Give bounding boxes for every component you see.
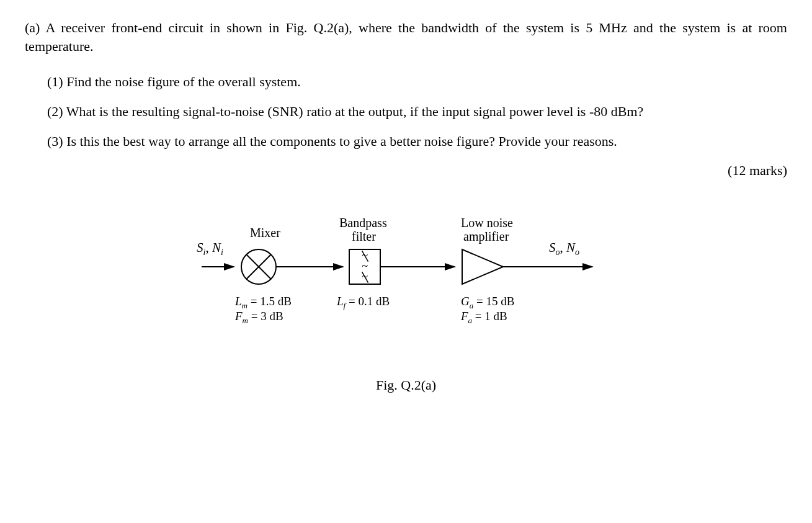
subquestion-2: (2) What is the resulting signal-to-nois… xyxy=(47,102,787,121)
bpf-loss: Lf = 0.1 dB xyxy=(336,295,390,310)
mixer-icon xyxy=(241,249,276,284)
subquestion-3: (3) Is this the best way to arrange all … xyxy=(47,132,787,151)
lna-nf: Fa = 1 dB xyxy=(460,310,507,325)
subquestions: (1) Find the noise figure of the overall… xyxy=(25,73,787,150)
question-intro: (a) A receiver front-end circuit in show… xyxy=(25,19,787,55)
bandpass-filter-icon: ~ ~ ~ xyxy=(349,249,380,284)
input-label: Si, Ni xyxy=(197,240,223,257)
bpf-label-2: filter xyxy=(352,230,376,243)
subquestion-1: (1) Find the noise figure of the overall… xyxy=(47,73,787,91)
lna-gain: Ga = 15 dB xyxy=(461,295,514,310)
figure-caption: Fig. Q.2(a) xyxy=(25,376,787,395)
circuit-diagram: Si, Ni Mixer Lm = 1.5 dB Fm = 3 dB Bandp… xyxy=(183,199,630,360)
lna-label-2: amplifier xyxy=(463,230,509,244)
marks-label: (12 marks) xyxy=(25,161,787,180)
bpf-label-1: Bandpass xyxy=(339,216,387,230)
svg-marker-9 xyxy=(462,249,503,284)
amplifier-icon xyxy=(462,249,503,284)
mixer-nf: Fm = 3 dB xyxy=(234,310,283,325)
mixer-loss: Lm = 1.5 dB xyxy=(234,295,292,310)
mixer-label: Mixer xyxy=(250,226,280,239)
output-label: So, No xyxy=(549,240,579,257)
lna-label-1: Low noise xyxy=(461,216,513,230)
figure-container: Si, Ni Mixer Lm = 1.5 dB Fm = 3 dB Bandp… xyxy=(25,199,787,394)
